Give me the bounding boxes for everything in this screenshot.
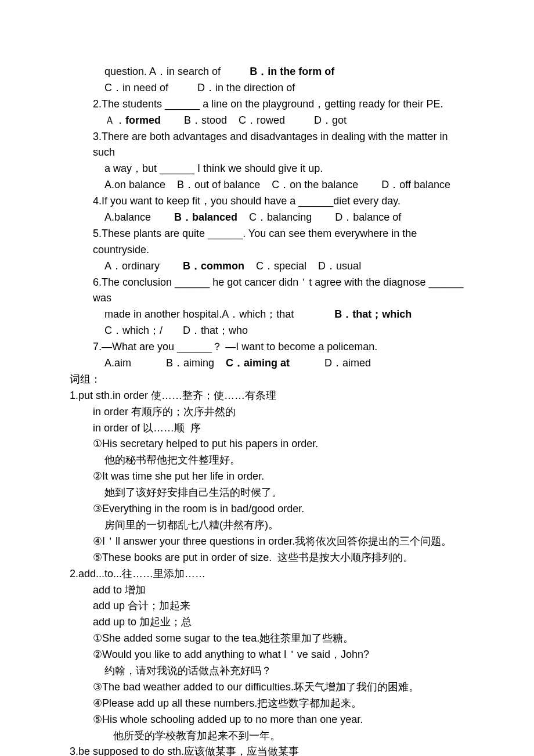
q5-opts-c: C．special D．usual	[244, 260, 361, 272]
s1-g: ⑤These books are put in order of size. 这…	[70, 550, 464, 566]
q1-line2: C．in need of D．in the direction of	[70, 80, 464, 96]
q3-opts: A.on balance B．out of balance C．on the b…	[70, 177, 464, 193]
q2-stem: 2.The students ______ a line on the play…	[70, 96, 464, 113]
q5-opts: A．ordinary B．common C．special D．usual	[70, 258, 464, 275]
q6-stem2b: B．that；which	[334, 308, 412, 320]
q2-opts-c: B．stood C．rowed D．got	[161, 114, 347, 126]
q4-opts-a: A.balance	[104, 211, 174, 223]
q7-stem: 7.—What are you ______？ —I want to becom…	[70, 339, 464, 355]
s1-d2: 她到了该好好安排自己生活的时候了。	[70, 485, 464, 501]
s1-c2: 他的秘书帮他把文件整理好。	[70, 452, 464, 469]
q4-opts-b: B．balanced	[174, 211, 237, 223]
cizu-heading: 词组：	[70, 372, 464, 388]
q7-opts-c: D．aimed	[290, 357, 371, 369]
s2-d: ①She added some sugar to the tea.她往茶里加了些…	[70, 631, 464, 647]
s2-b: add up 合计；加起来	[70, 598, 464, 614]
q3-stem: 3.There are both advantages and disadvan…	[70, 129, 464, 161]
s1-a: in order 有顺序的；次序井然的	[70, 404, 464, 420]
s1-h: 1.put sth.in order 使……整齐；使……有条理	[70, 388, 464, 404]
s2-g: ④Please add up all these numbers.把这些数字都加…	[70, 696, 464, 712]
q5-opts-b: B．common	[183, 260, 244, 272]
s2-a: add to 增加	[70, 582, 464, 599]
q6-opts: C．which；/ D．that；who	[70, 323, 464, 339]
s2-i: ⑤His whole schooling added up to no more…	[70, 712, 464, 728]
s3-h: 3.be supposed to do sth.应该做某事，应当做某事	[70, 744, 464, 756]
s2-h: 2.add...to...往……里添加……	[70, 566, 464, 582]
q3-stem2: a way，but ______ I think we should give …	[70, 161, 464, 177]
s1-b: in order of 以……顺 序	[70, 420, 464, 437]
q4-opts-c: C．balancing D．balance of	[237, 211, 401, 223]
q1-line1: question. A．in search of B．in the form o…	[70, 64, 464, 80]
s1-c: ①His secretary helped to put his papers …	[70, 436, 464, 452]
q5-opts-a: A．ordinary	[104, 260, 183, 272]
q7-opts-a: A.aim B．aiming	[104, 357, 226, 369]
q5-stem: 5.These plants are quite ______. You can…	[70, 226, 464, 258]
q6-stem2: made in another hospital.A．which；that B．…	[70, 307, 464, 323]
q1-line1-a: question. A．in search of	[104, 66, 250, 77]
q4-opts: A.balance B．balanced C．balancing D．balan…	[70, 210, 464, 226]
q2-opts-a: Ａ．	[104, 114, 125, 126]
s2-i2: 他所受的学校教育加起来不到一年。	[70, 728, 464, 744]
s2-e2: 约翰，请对我说的话做点补充好吗？	[70, 663, 464, 679]
s1-e: ③Everything in the room is in bad/good o…	[70, 501, 464, 517]
q2-opts: Ａ．formed B．stood C．rowed D．got	[70, 113, 464, 129]
q7-opts-b: C．aiming at	[226, 357, 290, 369]
q6-stem: 6.The conclusion ______ he got cancer di…	[70, 275, 464, 307]
s1-e2: 房间里的一切都乱七八糟(井然有序)。	[70, 517, 464, 534]
s1-d: ②It was time she put her life in order.	[70, 469, 464, 485]
s1-f: ④I＇ll answer your three questions in ord…	[70, 534, 464, 550]
q4-stem: 4.If you want to keep fit，you should hav…	[70, 193, 464, 210]
q2-opts-b: formed	[125, 114, 161, 126]
s2-e: ②Would you like to add anything to what …	[70, 647, 464, 663]
q6-stem2a: made in another hospital.A．which；that	[104, 308, 334, 320]
q1-line1-b: B．in the form of	[250, 66, 334, 77]
q7-opts: A.aim B．aiming C．aiming at D．aimed	[70, 355, 464, 372]
s2-f: ③The bad weather added to our difficulti…	[70, 679, 464, 696]
s2-c: add up to 加起业；总	[70, 614, 464, 631]
